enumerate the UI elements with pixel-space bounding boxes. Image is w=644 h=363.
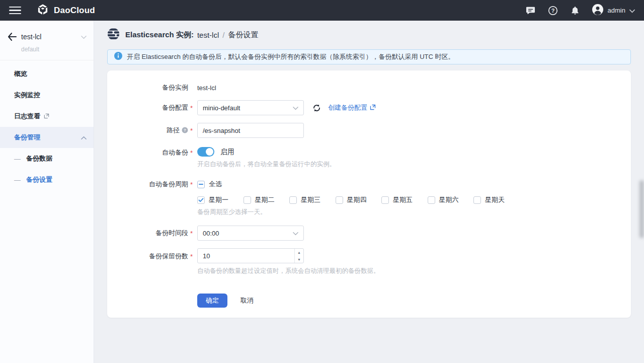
select-all-label: 全选	[209, 180, 222, 189]
checkbox-unchecked[interactable]	[428, 196, 435, 204]
sidebar-item-label: 概览	[14, 69, 27, 79]
instance-field-value: test-lcl	[197, 84, 216, 92]
path-field-label: 路径 ?	[107, 126, 188, 135]
checkbox-unchecked[interactable]	[289, 196, 297, 204]
required-asterisk: *	[190, 104, 193, 112]
cycle-helper-text: 备份周期至少选择一天。	[197, 208, 520, 216]
topbar: DaoCloud ? admin	[0, 0, 644, 21]
question-circle-icon: ?	[182, 127, 188, 135]
backup-settings-card: 备份实例 test-lcl 备份配置 * minio-default	[107, 70, 631, 318]
backup-time-selected-value: 00:00	[203, 230, 219, 237]
chevron-up-icon	[81, 134, 87, 141]
checkbox-unchecked[interactable]	[381, 196, 389, 204]
weekday-thursday[interactable]: 星期四	[336, 195, 382, 204]
form-row-retention: 备份保留份数 * 10 ▲ ▼ 自动备份的数量超过设定值时，系统会自动清理最初的…	[107, 248, 631, 275]
auto-backup-state-label: 启用	[220, 148, 234, 157]
backup-config-selected-value: minio-default	[203, 104, 240, 112]
dash-icon: —	[14, 155, 20, 163]
svg-text:?: ?	[551, 8, 554, 14]
form-actions: 确定 取消	[107, 294, 631, 308]
select-chevron-down-icon	[293, 104, 298, 112]
retention-value: 10	[198, 252, 294, 260]
path-input[interactable]: /es-snapshot	[197, 123, 304, 138]
auto-backup-helper-text: 开启自动备份后，将自动全量备份运行中的实例。	[197, 160, 336, 169]
retention-number-input[interactable]: 10 ▲ ▼	[197, 248, 304, 263]
checkbox-unchecked[interactable]	[244, 196, 251, 204]
select-all-checkbox[interactable]	[197, 181, 205, 188]
sidebar: test-lcl default 概览 实例监控 日志查看 备份管理 — 备份数…	[0, 21, 94, 363]
sidebar-item-backup-settings[interactable]: — 备份设置	[0, 169, 94, 190]
required-asterisk: *	[190, 253, 193, 260]
number-stepper: ▲ ▼	[294, 249, 303, 263]
chevron-down-icon	[629, 6, 635, 15]
backup-time-select[interactable]: 00:00	[197, 226, 304, 241]
message-icon[interactable]	[525, 5, 536, 16]
sidebar-subitem-label: 备份设置	[26, 175, 52, 184]
info-icon	[114, 52, 122, 62]
form-row-backup-cycle: 自动备份周期 * 全选 星期一 星期二	[107, 180, 631, 216]
page-title: Elasticsearch 实例:	[125, 30, 194, 40]
instance-field-label: 备份实例	[107, 83, 188, 92]
required-asterisk: *	[190, 127, 193, 134]
form-row-instance: 备份实例 test-lcl	[107, 83, 631, 93]
brand-logo[interactable]: DaoCloud	[36, 3, 95, 18]
user-menu[interactable]: admin	[592, 4, 635, 18]
dash-icon: —	[14, 176, 20, 184]
help-icon[interactable]: ?	[547, 5, 558, 16]
path-input-value: /es-snapshot	[203, 127, 240, 134]
sidebar-item-backup-data[interactable]: — 备份数据	[0, 148, 94, 169]
checkbox-unchecked[interactable]	[336, 196, 343, 204]
breadcrumb-instance[interactable]: test-lcl	[197, 31, 219, 39]
info-banner-text: 开启 Elasticsearch 的自动备份后，默认会备份实例中所有的索引数据（…	[127, 52, 454, 61]
form-row-backup-config: 备份配置 * minio-default 创建备份配置	[107, 100, 631, 115]
main-content: Elasticsearch 实例: test-lcl / 备份设置 开启 Ela…	[94, 21, 644, 363]
auto-backup-field-label: 自动备份	[107, 147, 188, 157]
breadcrumb-separator: /	[222, 31, 224, 39]
stepper-down-icon[interactable]: ▼	[295, 256, 303, 263]
sidebar-item-label: 实例监控	[14, 91, 40, 100]
sidebar-header: test-lcl	[0, 21, 94, 42]
sidebar-instance-name[interactable]: test-lcl	[21, 33, 41, 41]
checkbox-unchecked[interactable]	[473, 196, 481, 204]
checkbox-checked-icon[interactable]	[197, 196, 205, 204]
brand-name: DaoCloud	[54, 6, 95, 16]
form-row-backup-time: 备份时间段 * 00:00	[107, 226, 631, 241]
stepper-up-icon[interactable]: ▲	[295, 249, 303, 256]
sidebar-namespace: default	[0, 42, 94, 53]
weekday-monday[interactable]: 星期一	[197, 195, 244, 204]
cancel-button[interactable]: 取消	[240, 296, 254, 305]
form-row-auto-backup: 自动备份 * 启用 开启自动备份后，将自动全量备份运行中的实例。	[107, 147, 631, 169]
refresh-icon[interactable]	[311, 102, 322, 113]
weekday-tuesday[interactable]: 星期二	[244, 195, 290, 204]
weekday-sunday[interactable]: 星期天	[473, 195, 520, 204]
elasticsearch-icon	[107, 28, 120, 42]
instance-chevron-down-icon[interactable]	[81, 32, 87, 41]
retention-field-label: 备份保留份数	[107, 248, 188, 261]
weekday-friday[interactable]: 星期五	[381, 195, 428, 204]
required-asterisk: *	[190, 181, 193, 188]
weekday-wednesday[interactable]: 星期三	[289, 195, 336, 204]
sidebar-divider	[0, 60, 94, 60]
vertical-scrollbar[interactable]	[639, 180, 644, 238]
sidebar-item-instance-monitoring[interactable]: 实例监控	[0, 85, 94, 106]
breadcrumb: Elasticsearch 实例: test-lcl / 备份设置	[125, 30, 258, 40]
confirm-button[interactable]: 确定	[197, 294, 227, 308]
required-asterisk: *	[190, 230, 193, 237]
back-arrow-icon[interactable]	[7, 32, 17, 42]
sidebar-item-backup-management[interactable]: 备份管理	[0, 127, 94, 148]
user-name: admin	[608, 7, 625, 14]
weekday-checkbox-group: 星期一 星期二 星期三 星期四	[197, 195, 520, 204]
weekday-saturday[interactable]: 星期六	[428, 195, 474, 204]
backup-config-select[interactable]: minio-default	[197, 100, 304, 115]
sidebar-item-overview[interactable]: 概览	[0, 63, 94, 85]
external-link-icon	[44, 113, 49, 120]
form-row-path: 路径 ? * /es-snapshot	[107, 123, 631, 138]
cycle-field-label: 自动备份周期	[107, 180, 188, 189]
create-backup-config-link[interactable]: 创建备份配置	[328, 103, 376, 112]
info-banner: 开启 Elasticsearch 的自动备份后，默认会备份实例中所有的索引数据（…	[107, 49, 631, 64]
bell-icon[interactable]	[570, 5, 581, 16]
sidebar-item-label: 备份管理	[14, 133, 40, 142]
auto-backup-toggle[interactable]	[197, 147, 214, 157]
hamburger-icon[interactable]	[9, 7, 21, 14]
sidebar-item-log-view[interactable]: 日志查看	[0, 106, 94, 127]
